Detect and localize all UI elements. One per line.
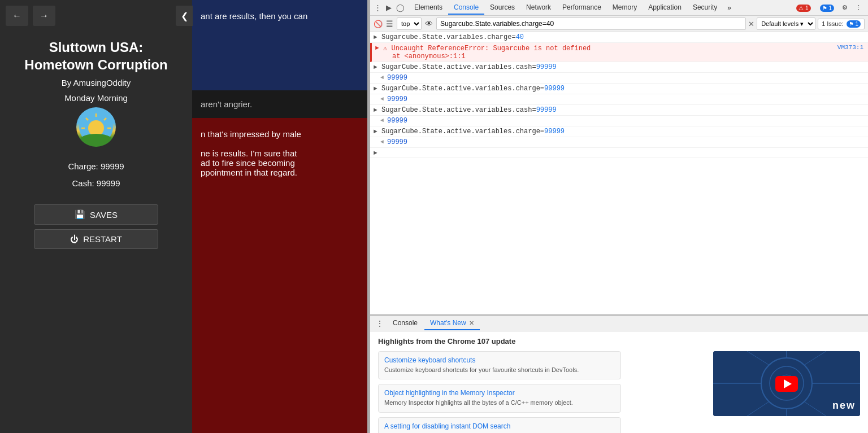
- expand-arrow[interactable]: ►: [374, 107, 377, 113]
- issue-badge[interactable]: ⚑ 1: [816, 3, 837, 12]
- tab-more[interactable]: »: [723, 2, 736, 14]
- log-row: ► SugarCube.State.active.variables.charg…: [370, 126, 868, 137]
- console-toolbar: 🚫 ☰ top 👁 ✕ Default levels ▾ 1 Issue: ⚑ …: [370, 16, 868, 32]
- item-2-title[interactable]: Object highlighting in the Memory Inspec…: [384, 389, 615, 397]
- game-area: ant are results, then you can aren't ang…: [192, 0, 367, 433]
- whats-new-video[interactable]: new: [713, 351, 860, 416]
- avatar-icon: [79, 110, 113, 144]
- log-row-value: ◄ 99999: [370, 94, 868, 105]
- whats-new-label: What's New: [430, 319, 466, 327]
- saves-button[interactable]: 💾 SAVES: [34, 204, 158, 225]
- response-arrow: ◄: [380, 96, 384, 102]
- error-count: ⚠ 1: [796, 5, 810, 12]
- tab-elements[interactable]: Elements: [409, 1, 448, 15]
- passage-red-text2: ne is results. I'm sure thatad to fire s…: [201, 148, 359, 177]
- passage-blue: ant are results, then you can: [192, 0, 367, 90]
- log-row: ► SugarCube.State.active.variables.cash=…: [370, 62, 868, 73]
- log-value: 99999: [387, 138, 863, 146]
- tab-console[interactable]: Console: [448, 1, 484, 15]
- avatar: [76, 107, 116, 147]
- devtools-panel: ⋮ ▶ ◯ Elements Console Sources Network P…: [370, 0, 868, 433]
- tab-network[interactable]: Network: [520, 1, 557, 15]
- new-badge: new: [832, 400, 856, 412]
- whats-new-item-3: A setting for disabling instant DOM sear…: [378, 417, 621, 433]
- whats-new-items: Customize keyboard shortcuts Customize k…: [378, 351, 860, 433]
- response-arrow: ◄: [380, 139, 384, 145]
- more-options-icon[interactable]: ⋮: [853, 3, 865, 12]
- devtools-right-icons: ⚠ 1 ⚑ 1 ⚙ ⋮: [792, 3, 868, 12]
- context-selector[interactable]: top: [397, 18, 422, 30]
- log-text: SugarCube.State.active.variables.cash=99…: [381, 63, 863, 71]
- item-1-title[interactable]: Customize keyboard shortcuts: [384, 356, 615, 364]
- devtools-tabs: ⋮ ▶ ◯ Elements Console Sources Network P…: [370, 0, 868, 16]
- log-file-link[interactable]: VM373:1: [837, 44, 863, 51]
- bottom-tab-console[interactable]: Console: [387, 317, 423, 330]
- time-label: Monday Morning: [64, 93, 128, 103]
- play-triangle: [784, 379, 792, 388]
- stats-panel: Charge: 99999 Cash: 99999: [68, 158, 124, 192]
- bottom-tab-drag[interactable]: ⋮: [374, 318, 386, 329]
- svg-point-1: [88, 120, 104, 136]
- devtools-inspect-icon[interactable]: ▶: [384, 2, 393, 14]
- devtools-menu-icon[interactable]: ⋮: [372, 2, 383, 14]
- item-3-title[interactable]: A setting for disabling instant DOM sear…: [384, 422, 615, 430]
- devtools-device-icon[interactable]: ◯: [394, 2, 406, 14]
- issues-badge: ⚑ 1: [847, 20, 861, 28]
- tab-performance[interactable]: Performance: [557, 1, 607, 15]
- response-arrow: ◄: [380, 117, 384, 124]
- issues-button[interactable]: 1 Issue: ⚑ 1: [818, 19, 865, 29]
- log-row-value: ◄ 99999: [370, 73, 868, 84]
- passage-red: n that's impressed by male ne is results…: [192, 118, 367, 433]
- charge-stat: Charge: 99999: [68, 158, 124, 175]
- collapse-button[interactable]: ❮: [176, 6, 193, 26]
- log-text: Sugarcube.State.variables.charge=40: [381, 33, 863, 41]
- expand-arrow[interactable]: ►: [374, 34, 377, 41]
- author-label: By AmusingOddity: [62, 78, 131, 88]
- expand-arrow[interactable]: ►: [374, 64, 377, 71]
- console-filter-input[interactable]: [436, 18, 746, 30]
- filter-clear-button[interactable]: ✕: [748, 20, 754, 28]
- restart-label: RESTART: [83, 234, 122, 244]
- eye-icon[interactable]: 👁: [424, 18, 434, 29]
- expand-arrow[interactable]: ►: [374, 150, 377, 156]
- nav-buttons: ← →: [6, 6, 55, 26]
- settings-icon[interactable]: ⚙: [839, 3, 850, 12]
- log-row: ► SugarCube.State.active.variables.charg…: [370, 84, 868, 94]
- back-button[interactable]: ←: [6, 6, 28, 26]
- log-row: ► SugarCube.State.active.variables.cash=…: [370, 105, 868, 116]
- devtools-main: ► Sugarcube.State.variables.charge=40 ► …: [370, 32, 868, 433]
- console-log[interactable]: ► Sugarcube.State.variables.charge=40 ► …: [370, 32, 868, 314]
- expand-arrow[interactable]: ►: [374, 85, 377, 92]
- log-text: SugarCube.State.active.variables.charge=…: [381, 128, 863, 135]
- whats-new-text-items: Customize keyboard shortcuts Customize k…: [378, 351, 706, 433]
- whats-new-item-2: Object highlighting in the Memory Inspec…: [378, 384, 621, 412]
- devtools-bottom: ⋮ Console What's New ✕ Highlights from t…: [370, 314, 868, 433]
- devtools-left-icons: ⋮ ▶ ◯: [370, 2, 409, 14]
- log-levels-selector[interactable]: Default levels ▾: [757, 18, 815, 30]
- bottom-tab-whats-new[interactable]: What's New ✕: [424, 317, 480, 330]
- tab-security[interactable]: Security: [687, 1, 723, 15]
- error-badge[interactable]: ⚠ 1: [792, 3, 813, 12]
- log-text: SugarCube.State.active.variables.cash=99…: [381, 106, 863, 114]
- expand-arrow[interactable]: ►: [374, 128, 377, 135]
- response-arrow: ◄: [380, 75, 384, 81]
- restart-button[interactable]: ⏻ RESTART: [34, 229, 158, 249]
- log-row-value: ◄ 99999: [370, 137, 868, 148]
- passage-dark-text: aren't angrier.: [201, 99, 252, 109]
- whats-new-close[interactable]: ✕: [469, 320, 474, 326]
- bottom-tabs: ⋮ Console What's New ✕: [370, 316, 868, 331]
- log-row: ► Sugarcube.State.variables.charge=40: [370, 32, 868, 43]
- clear-console-button[interactable]: 🚫: [374, 20, 383, 28]
- youtube-play-button[interactable]: [775, 376, 798, 392]
- log-error-text: ⚠ Uncaught ReferenceError: Sugarcube is …: [383, 44, 837, 60]
- forward-button[interactable]: →: [33, 6, 55, 26]
- log-row-empty: ►: [370, 148, 868, 158]
- filter-icon[interactable]: ☰: [385, 18, 394, 29]
- log-row-error: ► ⚠ Uncaught ReferenceError: Sugarcube i…: [370, 43, 868, 62]
- passage-red-text1: n that's impressed by male: [201, 129, 359, 139]
- passage-dark: aren't angrier.: [192, 90, 367, 118]
- tab-sources[interactable]: Sources: [484, 1, 520, 15]
- tab-application[interactable]: Application: [643, 1, 687, 15]
- expand-arrow-error[interactable]: ►: [375, 45, 379, 51]
- tab-memory[interactable]: Memory: [607, 1, 643, 15]
